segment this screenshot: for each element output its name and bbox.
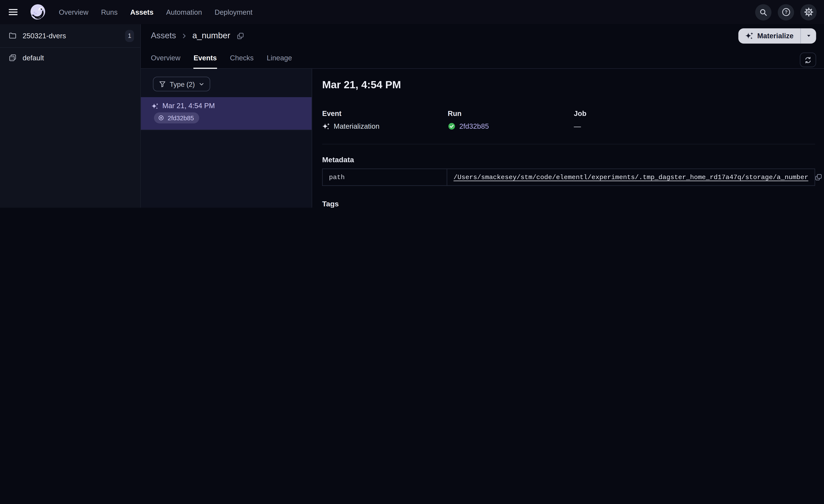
job-column-header: Job xyxy=(574,110,815,117)
caret-down-icon xyxy=(805,32,812,39)
metadata-key: path xyxy=(323,169,447,185)
dagster-logo[interactable] xyxy=(28,3,47,21)
asset-header: Assets a_number xyxy=(141,24,824,47)
content-area: Assets a_number xyxy=(141,24,824,208)
dagster-logo-icon xyxy=(28,3,47,21)
settings-button[interactable] xyxy=(800,4,817,20)
copy-asset-name-button[interactable] xyxy=(236,32,244,39)
run-column-header: Run xyxy=(448,110,574,117)
hamburger-menu-button[interactable] xyxy=(7,6,19,18)
asset-group-icon xyxy=(8,54,17,62)
asset-tabs: Overview Events Checks Lineage xyxy=(151,54,292,69)
materialization-sparkle-icon xyxy=(322,122,330,130)
materialize-label: Materialize xyxy=(757,32,794,39)
metadata-path-link[interactable]: /Users/smackesey/stm/code/elementl/exper… xyxy=(453,173,808,181)
sidebar-item-label: default xyxy=(22,54,44,61)
copy-icon xyxy=(815,173,822,181)
nav-item-overview[interactable]: Overview xyxy=(59,8,89,16)
event-item-run-badge[interactable]: 2fd32b85 xyxy=(154,112,199,123)
gear-icon xyxy=(804,7,813,17)
filter-funnel-icon xyxy=(159,80,166,88)
materialize-split-button: Materialize xyxy=(738,28,816,43)
filter-label: Type (2) xyxy=(170,80,195,88)
sparkle-icon xyxy=(745,31,754,40)
sidebar-item-default-group[interactable]: default xyxy=(0,48,140,68)
asset-tabs-row: Overview Events Checks Lineage xyxy=(141,47,824,69)
tab-events[interactable]: Events xyxy=(194,54,217,69)
top-nav-actions: ? xyxy=(755,4,817,20)
copy-icon xyxy=(236,32,244,39)
tab-overview[interactable]: Overview xyxy=(151,54,181,69)
sidebar-group-count-badge: 1 xyxy=(125,30,134,42)
job-column: Job — xyxy=(574,110,815,130)
run-success-check-icon xyxy=(448,122,455,130)
event-column: Event Materialization xyxy=(322,110,448,130)
top-nav: Overview Runs Assets Automation Deployme… xyxy=(0,0,824,24)
copy-path-button[interactable] xyxy=(815,173,822,181)
event-list-item-selected[interactable]: Mar 21, 4:54 PM 2fd32b85 xyxy=(141,97,312,130)
search-icon xyxy=(759,8,768,16)
event-type-value: Materialization xyxy=(322,122,448,130)
breadcrumb: Assets a_number xyxy=(151,31,244,40)
event-detail-title: Mar 21, 4:54 PM xyxy=(322,79,815,91)
run-column: Run 2fd32b85 xyxy=(448,110,574,130)
run-value: 2fd32b85 xyxy=(448,122,574,130)
refresh-icon xyxy=(804,56,812,64)
chevron-right-icon xyxy=(181,32,188,39)
event-type-filter-button[interactable]: Type (2) xyxy=(153,77,210,91)
nav-item-runs[interactable]: Runs xyxy=(101,8,118,16)
asset-catalog-sidebar: 250321-dvers 1 default 250321-dvers xyxy=(0,24,141,208)
sidebar-item-code-location[interactable]: 250321-dvers 1 xyxy=(0,24,140,48)
metadata-table: path /Users/smackesey/stm/code/elementl/… xyxy=(322,168,815,186)
event-item-header: Mar 21, 4:54 PM xyxy=(151,102,303,110)
breadcrumb-assets-link[interactable]: Assets xyxy=(151,31,176,40)
materialization-sparkle-icon xyxy=(151,102,159,109)
help-icon: ? xyxy=(781,7,791,17)
run-id-link[interactable]: 2fd32b85 xyxy=(459,122,489,130)
nav-item-automation[interactable]: Automation xyxy=(166,8,202,16)
refresh-events-button[interactable] xyxy=(800,52,816,67)
nav-item-deployment[interactable]: Deployment xyxy=(215,8,252,16)
job-value: — xyxy=(574,122,815,130)
event-type-label: Materialization xyxy=(334,122,379,130)
folder-icon xyxy=(8,31,17,40)
metadata-value-cell: /Users/smackesey/stm/code/elementl/exper… xyxy=(447,169,824,185)
tab-checks[interactable]: Checks xyxy=(230,54,253,69)
asset-name: a_number xyxy=(192,31,230,40)
hamburger-icon xyxy=(8,7,18,17)
event-detail-panel: Mar 21, 4:54 PM Event Materialization xyxy=(312,69,824,208)
primary-nav-links: Overview Runs Assets Automation Deployme… xyxy=(59,8,252,16)
event-item-run-id: 2fd32b85 xyxy=(168,114,194,122)
nav-item-assets[interactable]: Assets xyxy=(130,8,153,16)
chevron-down-icon xyxy=(199,81,204,87)
events-list-panel: Type (2) Mar 21, 4:54 PM xyxy=(141,69,312,208)
tab-lineage[interactable]: Lineage xyxy=(267,54,292,69)
materialize-dropdown-button[interactable] xyxy=(801,28,816,43)
search-button[interactable] xyxy=(755,4,771,20)
sidebar-group-label: 250321-dvers xyxy=(22,32,66,39)
event-item-timestamp: Mar 21, 4:54 PM xyxy=(163,102,215,110)
event-run-job-section: Event Materialization R xyxy=(322,110,815,144)
materialize-button[interactable]: Materialize xyxy=(738,28,800,43)
tags-heading: Tags xyxy=(322,200,815,208)
app-root: Overview Runs Assets Automation Deployme… xyxy=(0,0,824,208)
event-column-header: Event xyxy=(322,110,448,117)
circle-dot-icon xyxy=(158,114,165,121)
metadata-heading: Metadata xyxy=(322,155,815,164)
help-button[interactable]: ? xyxy=(778,4,794,20)
svg-text:?: ? xyxy=(785,9,787,15)
